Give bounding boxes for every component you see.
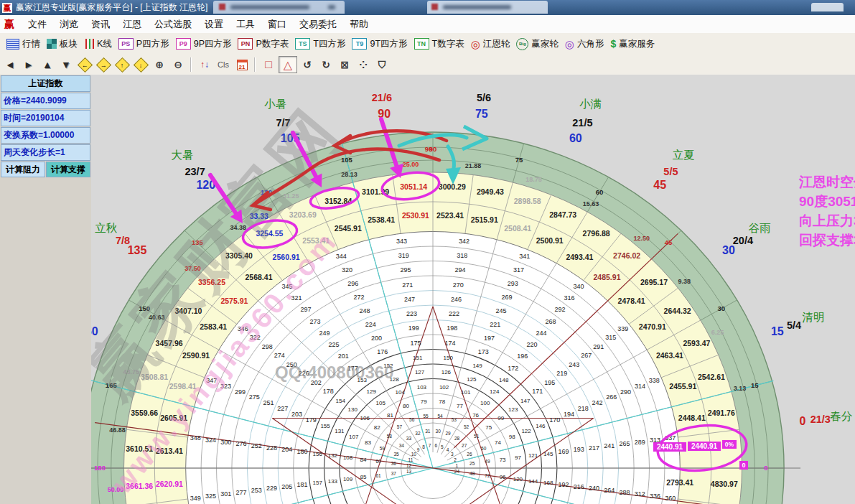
menu-item-1[interactable]: 浏览 (53, 18, 85, 31)
integer-cell: 54 (437, 414, 443, 419)
menu-item-0[interactable]: 文件 (22, 18, 53, 31)
shift-up-icon[interactable]: ↑ (113, 57, 131, 73)
updown-marker-icon[interactable]: ↑↓ (196, 57, 213, 73)
menu-item-7[interactable]: 窗口 (261, 18, 293, 31)
toolbar-button-六角形[interactable]: ◎六角形 (565, 38, 604, 50)
integer-cell: 26 (467, 452, 472, 457)
toolbar-button-9T四方形[interactable]: T99T四方形 (352, 38, 407, 50)
gann-wheel-chart-area[interactable]: 2412345678910111213482526272829303132333… (91, 75, 855, 504)
pan-up-icon[interactable]: ▲ (39, 57, 56, 73)
price-outer: 2542.61 (698, 373, 725, 381)
collapse-icon[interactable]: ⁘ (355, 57, 372, 73)
gann-wheel-chart[interactable]: 2412345678910111213482526272829303132333… (91, 75, 855, 504)
toolbar-button-行情[interactable]: 行情 (6, 38, 40, 50)
toolbar-button-赢家轮[interactable]: Big赢家轮 (516, 38, 559, 50)
toolbar-button-label: P数字表 (256, 38, 289, 50)
square-tool-icon[interactable]: □ (260, 57, 277, 73)
date-label: 5/6 (477, 92, 491, 103)
main-toolbar: 行情板块K线PSP四方形P99P四方形PNP数字表TST四方形T99T四方形TN… (0, 33, 855, 55)
integer-cell: 342 (459, 238, 469, 245)
integer-cell: 290 (620, 388, 631, 396)
menu-item-3[interactable]: 江恩 (116, 18, 148, 31)
pan-left-icon[interactable]: ◄ (1, 57, 19, 73)
integer-cell: 9 (417, 447, 420, 452)
annotation-line-3: 回探支撑3000 (799, 230, 855, 250)
integer-cell: 124 (490, 388, 500, 395)
menu-item-8[interactable]: 交易委托 (293, 18, 343, 31)
integer-cell: 168 (543, 480, 553, 486)
shift-down-icon[interactable]: ↓ (132, 57, 149, 73)
triangle-tool-icon[interactable]: △ (279, 56, 297, 73)
toolbar-button-江恩轮[interactable]: ◎江恩轮 (471, 38, 510, 50)
integer-cell: 216 (574, 483, 584, 490)
integer-cell: 349 (190, 495, 201, 502)
price-inner: 2448.41 (678, 414, 706, 422)
integer-cell: 11 (408, 457, 414, 462)
menu-item-2[interactable]: 资讯 (85, 18, 116, 31)
integer-cell: 34 (399, 443, 405, 448)
calendar-icon[interactable]: 21 (233, 57, 251, 73)
integer-cell: 315 (605, 334, 616, 341)
integer-cell: 316 (564, 294, 575, 302)
integer-cell: 273 (309, 318, 320, 325)
zoom-out-icon[interactable]: ⊖ (169, 57, 187, 73)
toolbar-button-label: 赢家服务 (619, 38, 655, 50)
integer-cell: 51 (474, 434, 480, 439)
toolbar-button-K线[interactable]: K线 (84, 38, 112, 50)
toolbar-button-板块[interactable]: 板块 (47, 38, 78, 50)
degree-small-label: 30 (718, 304, 726, 312)
integer-cell: 218 (578, 405, 589, 412)
integer-cell: 4 (447, 447, 449, 452)
screen-icon[interactable]: ⛉ (373, 57, 391, 73)
sector-blocks-icon (47, 39, 57, 49)
degree-big-label: 30 (722, 244, 735, 256)
hexagon-icon: ◎ (565, 39, 574, 50)
integer-cell: 126 (441, 369, 452, 375)
integer-cell: 80 (403, 403, 409, 409)
integer-cell: 27 (462, 443, 467, 448)
shift-right-icon[interactable]: → (95, 57, 112, 73)
toolbar-button-T数字表[interactable]: TNT数字表 (414, 38, 464, 50)
integer-cell: 194 (564, 411, 574, 418)
price-inner: 2575.91 (220, 297, 248, 305)
fullscreen-icon[interactable]: ⊠ (336, 57, 353, 73)
calc-button-0[interactable]: 计算阻力 (1, 162, 45, 177)
menu-item-4[interactable]: 公式选股 (148, 18, 198, 31)
integer-cell: 31 (425, 429, 431, 434)
toolbar-button-9P四方形[interactable]: P99P四方形 (176, 38, 232, 50)
percent-label: 46.88 (109, 426, 126, 434)
menu-item-9[interactable]: 帮助 (343, 18, 375, 31)
toolbar-button-label: 9P四方形 (194, 38, 232, 50)
zoom-in-icon[interactable]: ⊕ (151, 57, 168, 73)
rotate-cw-icon[interactable]: ↻ (317, 57, 335, 73)
toolbar-button-P数字表[interactable]: PNP数字表 (238, 38, 289, 50)
menu-item-6[interactable]: 工具 (230, 18, 261, 31)
integer-cell: 294 (454, 266, 465, 274)
toolbar-button-P四方形[interactable]: PSP四方形 (118, 38, 169, 50)
cls-button[interactable]: Cls (215, 57, 232, 73)
integer-cell: 32 (415, 431, 421, 436)
toolbar-button-T四方形[interactable]: TST四方形 (295, 38, 345, 50)
tn-badge-icon: TN (414, 38, 429, 50)
toolbar-button-label: K线 (97, 38, 112, 50)
pan-right-icon[interactable]: ► (20, 57, 37, 73)
background-browser-tab[interactable] (427, 1, 548, 14)
integer-cell: 288 (619, 489, 630, 496)
rotate-ccw-icon[interactable]: ↺ (299, 57, 316, 73)
integer-cell: 72 (485, 473, 490, 478)
integer-cell: 60 (375, 459, 381, 464)
integer-cell: 103 (417, 384, 427, 391)
date-label: 23/7 (184, 166, 205, 177)
pan-down-icon[interactable]: ▼ (57, 57, 75, 73)
calc-button-1[interactable]: 计算支撑 (46, 162, 90, 177)
integer-cell: 348 (190, 434, 201, 442)
menu-item-5[interactable]: 设置 (198, 18, 230, 31)
integer-cell: 130 (348, 406, 358, 413)
integer-cell: 271 (402, 281, 413, 289)
integer-cell: 98 (509, 434, 515, 440)
toolbar-button-赢家服务[interactable]: $赢家服务 (610, 38, 655, 50)
shift-left-icon[interactable]: ← (76, 57, 93, 73)
gann-wheel-icon: ◎ (471, 39, 480, 50)
integer-cell: 132 (328, 452, 338, 459)
background-browser-tab[interactable] (213, 1, 345, 14)
